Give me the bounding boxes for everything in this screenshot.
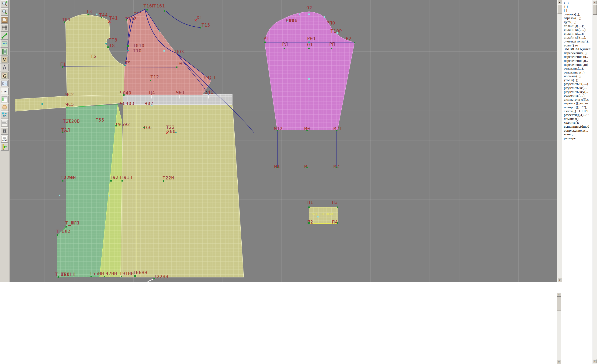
function-list-item[interactable]: { }: [564, 5, 593, 9]
function-vscrollbar[interactable]: ∧ ∨: [593, 0, 597, 364]
compass-button[interactable]: [0, 64, 9, 71]
alg-button[interactable]: ALG: [0, 135, 9, 143]
svg-text:ALG: ALG: [2, 139, 7, 142]
svg-text:8: 8: [5, 82, 7, 86]
notebook-icon: [1, 48, 8, 55]
function-list-item[interactable]: разделить(....);: [564, 94, 593, 97]
app-window: МАСШТ. ПО ЛИНИИ Т01Т3Т44Т41ТТ8Т8Т5Г1Т9Т1…: [0, 0, 597, 364]
pattern-canvas[interactable]: [9, 0, 557, 282]
function-list: := ;{ }[ ]:=точка(.,);отрезок( . );дуга(…: [564, 1, 593, 140]
measure-line-icon: [1, 33, 8, 39]
books-icon: [1, 128, 8, 134]
pattern-piece-icon: [1, 17, 8, 23]
function-list-item[interactable]: угол к(..);: [564, 78, 593, 82]
i66-icon: i_66.: [1, 88, 8, 95]
function-vscroll-thumb[interactable]: [593, 4, 597, 15]
ruler-button[interactable]: 8: [0, 79, 9, 87]
function-scroll-down-icon[interactable]: ∨: [593, 359, 597, 363]
pattern-piece-button[interactable]: [0, 16, 9, 24]
canvas-vscrollbar[interactable]: ▲ ▼: [557, 0, 562, 282]
text-list-icon: [1, 120, 8, 126]
function-list-item[interactable]: ломаная();: [564, 117, 593, 121]
books-button[interactable]: [0, 127, 9, 135]
function-list-item[interactable]: разделить кс(....: [564, 86, 593, 90]
i66-button[interactable]: i_66.: [0, 87, 9, 95]
table-button[interactable]: [0, 95, 9, 103]
function-panel: := ;{ }[ ]:=точка(.,);отрезок( . );дуга(…: [563, 0, 593, 364]
sketch-button[interactable]: [0, 40, 9, 47]
zoom-in-icon: [1, 1, 8, 7]
model-m-icon: M: [1, 56, 8, 63]
function-list-item[interactable]: сплайн к(....);: [564, 32, 593, 36]
notebook-button[interactable]: [0, 48, 9, 55]
view-3d-icon: 3D: [1, 112, 8, 118]
function-list-item[interactable]: пересечение д(..: [564, 59, 593, 63]
function-list-item[interactable]: сплайн к[](....);: [564, 35, 593, 40]
svg-text:3D: 3D: [3, 115, 7, 118]
function-list-item[interactable]: :=метка(точка(.)..: [564, 40, 593, 43]
compass-icon: [1, 64, 8, 71]
function-list-item[interactable]: пересечение(..);: [564, 51, 593, 55]
function-list-item[interactable]: развести((),()..."": [564, 113, 593, 117]
function-list-item[interactable]: пересечение н(..: [564, 55, 593, 59]
function-list-item[interactable]: если () то: [564, 43, 593, 47]
function-list-item[interactable]: конец;: [564, 132, 593, 136]
grading-g-icon: G: [1, 72, 8, 79]
table-icon: [1, 96, 8, 103]
function-list-item[interactable]: сплайн д(....);: [564, 24, 593, 28]
code-vscrollbar[interactable]: ∧ ∨: [557, 293, 561, 364]
canvas-vscroll-thumb[interactable]: [557, 4, 562, 14]
zoom-in-button[interactable]: [0, 0, 9, 8]
function-list-item[interactable]: разделить н(,....): [564, 82, 593, 86]
function-list-item[interactable]: сопряжение д(...: [564, 129, 593, 133]
portrait-icon: [1, 104, 8, 110]
grid-icon: [1, 25, 8, 31]
function-list-item[interactable]: := ;: [564, 1, 593, 5]
canvas-scroll-up-icon[interactable]: ▲: [557, 0, 562, 4]
function-list-item[interactable]: пересечение дн(: [564, 63, 593, 67]
svg-text:M: M: [2, 57, 7, 62]
measure-line-button[interactable]: [0, 32, 9, 40]
function-list-item[interactable]: :=точка(.,);: [564, 12, 593, 16]
code-vscroll-thumb[interactable]: [557, 297, 561, 311]
alg-icon: ALG: [1, 136, 8, 142]
function-list-item[interactable]: отрезок( . );: [564, 16, 593, 20]
svg-text:G: G: [3, 73, 7, 79]
code-scroll-down-icon[interactable]: ∨: [557, 360, 561, 364]
function-list-item[interactable]: нормаль(..);: [564, 74, 593, 78]
sketch-icon: [1, 41, 8, 47]
grid-button[interactable]: [0, 24, 9, 32]
code-scroll-up-icon[interactable]: ∧: [557, 293, 561, 297]
exit-icon: [1, 144, 8, 150]
function-list-item[interactable]: поворот(()..."");: [564, 105, 593, 109]
function-list-item[interactable]: дуга(...);: [564, 20, 593, 24]
function-scroll-up-icon[interactable]: ∧: [593, 0, 597, 4]
exit-button[interactable]: [0, 143, 9, 151]
canvas-scroll-down-icon[interactable]: ▼: [557, 278, 562, 282]
model-m-button[interactable]: M: [0, 56, 9, 63]
text-list-button[interactable]: [0, 119, 9, 127]
function-list-item[interactable]: размеры:: [564, 136, 593, 140]
grading-g-button[interactable]: G: [0, 72, 9, 79]
function-list-item[interactable]: отложить(...);: [564, 66, 593, 71]
function-list-item[interactable]: разделить ксу(...: [564, 90, 593, 94]
zoom-out-button[interactable]: [0, 8, 9, 16]
view-3d-button[interactable]: 3D: [0, 111, 9, 119]
function-list-item[interactable]: [ ]: [564, 8, 593, 12]
function-list-item[interactable]: отложить в(..);: [564, 71, 593, 74]
function-list-item[interactable]: удалить();: [564, 121, 593, 125]
portrait-button[interactable]: [0, 103, 9, 111]
function-list-item[interactable]: перенос((),отрез: [564, 101, 593, 105]
function-list-item[interactable]: ЗАПИСАТЬ(имя=: [564, 47, 593, 51]
function-list-item[interactable]: симметрия л((),с: [564, 97, 593, 102]
svg-text:i_66.: i_66.: [1, 90, 8, 93]
zoom-out-icon: [1, 9, 8, 15]
function-list-item[interactable]: сжать(()...1.1.0.9.: [564, 109, 593, 113]
code-panel-area: 0 Рз Мд |{ 4630 Платье с запахом } { Раз…: [0, 282, 563, 364]
ruler-icon: 8: [1, 80, 8, 87]
function-list-item[interactable]: сплайн кк(.....);: [564, 28, 593, 32]
function-list-item[interactable]: выполнить(dmod: [564, 125, 593, 129]
